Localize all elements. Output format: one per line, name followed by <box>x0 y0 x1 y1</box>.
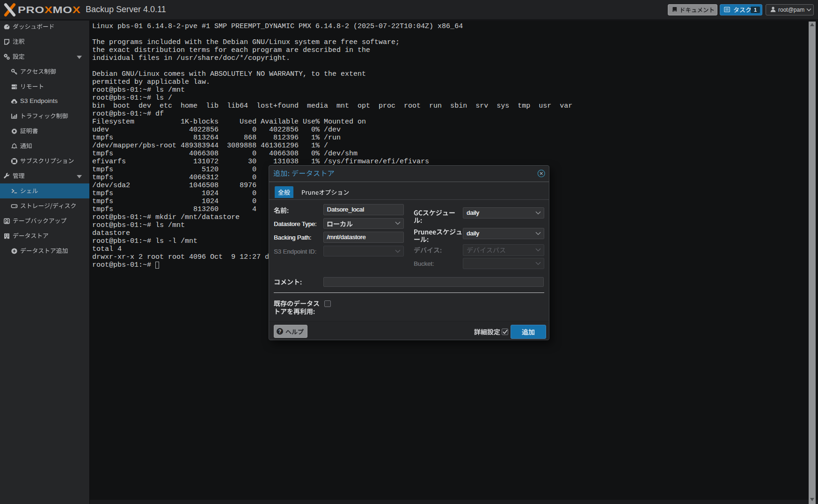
svg-text:?: ? <box>278 329 281 334</box>
